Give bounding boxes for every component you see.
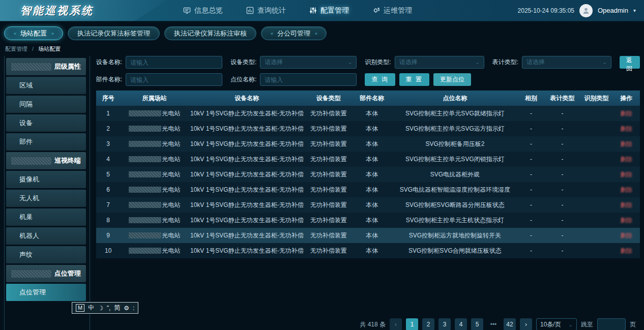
ime-key[interactable]: 简	[114, 304, 120, 312]
cell-phase: -	[517, 167, 544, 182]
delete-link[interactable]: 删除	[620, 171, 632, 178]
bar-chart-icon	[246, 7, 254, 14]
delete-link[interactable]: 删除	[620, 156, 632, 163]
table-row[interactable]: 1 光电站 10kV 1号SVG静止无功发生器柜-无功补偿 无功补偿装置 本体 …	[96, 106, 640, 121]
delete-link[interactable]: 删除	[620, 140, 632, 147]
device-name-input[interactable]	[126, 56, 222, 69]
module-tab[interactable]: 执法记录仪算法标注审核	[164, 26, 256, 40]
redacted-station-prefix	[129, 126, 161, 132]
table-row[interactable]: 9 光电站 10kV 1号SVG静止无功发生器柜-无功补偿 无功补偿装置 本体 …	[96, 228, 640, 243]
username[interactable]: Opeadmin	[598, 7, 628, 14]
sidebar-item[interactable]: 机器人	[6, 227, 86, 245]
redacted-station-prefix	[129, 232, 161, 238]
recog-type-label: 识别类型:	[365, 58, 391, 67]
sidebar-item[interactable]: 设备	[6, 114, 86, 132]
page-number-button[interactable]: 3	[438, 318, 451, 330]
table-row[interactable]: 2 光电站 10kV 1号SVG静止无功发生器柜-无功补偿 无功补偿装置 本体 …	[96, 121, 640, 136]
sidebar-item[interactable]: 机巢	[6, 208, 86, 226]
sidebar-item[interactable]: 点位管理	[6, 265, 86, 282]
breadcrumb-parent[interactable]: 配置管理	[5, 46, 27, 52]
table-row[interactable]: 8 光电站 10kV 1号SVG静止无功发生器柜-无功补偿 无功补偿装置 本体 …	[96, 213, 640, 228]
search-button[interactable]: 查 询	[365, 73, 395, 86]
cell-seq: 9	[96, 228, 121, 243]
delete-link[interactable]: 删除	[620, 217, 632, 224]
cell-seq: 7	[96, 197, 121, 213]
page-number-button[interactable]: 1	[406, 318, 418, 330]
delete-link[interactable]: 删除	[620, 247, 632, 254]
page-number-button[interactable]: 42	[504, 318, 516, 330]
jump-page-input[interactable]	[597, 318, 626, 330]
recog-type-placeholder: 请选择	[399, 58, 418, 67]
sidebar-item[interactable]: 区域	[6, 77, 86, 94]
user-menu-caret-icon[interactable]: ▾	[633, 8, 636, 13]
station-suffix: 光电站	[162, 110, 181, 117]
sidebar-item[interactable]: 间隔	[6, 96, 86, 113]
table-row[interactable]: 6 光电站 10kV 1号SVG静止无功发生器柜-无功补偿 无功补偿装置 本体 …	[96, 182, 640, 197]
delete-link[interactable]: 删除	[620, 186, 632, 193]
update-points-button[interactable]: 更新点位	[433, 73, 471, 86]
ime-toolbar[interactable]: M 中 ☽ ”, 简 ⚙ :	[72, 302, 138, 314]
sidebar-item[interactable]: 摄像机	[6, 171, 86, 188]
page-number-button[interactable]: 5	[471, 318, 483, 330]
delete-link[interactable]: 删除	[620, 125, 632, 132]
ime-key[interactable]: ”,	[107, 305, 110, 312]
ime-key[interactable]: M	[76, 304, 84, 312]
sidebar-item[interactable]: 无人机	[6, 190, 86, 207]
delete-link[interactable]: 删除	[620, 110, 632, 117]
table-row[interactable]: 5 光电站 10kV 1号SVG静止无功发生器柜-无功补偿 无功补偿装置 本体 …	[96, 167, 640, 182]
ime-key[interactable]: 中	[88, 304, 94, 312]
table-row[interactable]: 4 光电站 10kV 1号SVG静止无功发生器柜-无功补偿 无功补偿装置 本体 …	[96, 152, 640, 167]
table-row[interactable]: 3 光电站 10kV 1号SVG静止无功发生器柜-无功补偿 无功补偿装置 本体 …	[96, 136, 640, 152]
sidebar-item[interactable]: 点位管理	[6, 284, 86, 301]
cell-station: 光电站	[121, 106, 189, 121]
app-logo: 智能巡视系统	[20, 4, 94, 18]
module-tab[interactable]: ‹‹ 分公司管理 ››	[261, 26, 327, 40]
cell-point-name: SVG控制柜SVG断路器分闸压板状态	[392, 197, 517, 213]
sidebar-item-label: 层级属性	[54, 62, 81, 71]
sidebar-item[interactable]: 部件	[6, 133, 86, 151]
page-number-button[interactable]: •••	[487, 318, 500, 330]
filter-part-name: 部件名称:	[96, 73, 222, 86]
delete-link[interactable]: 删除	[620, 201, 632, 208]
cell-device-type: 无功补偿装置	[305, 136, 352, 152]
sidebar-item[interactable]: 声纹	[6, 246, 86, 263]
cell-device-name: 10kV 1号SVG静止无功发生器柜-无功补偿	[188, 106, 305, 121]
pill-left-arrow-decoration: ‹‹	[271, 31, 273, 36]
app-root: 智能巡视系统 信息总览 查询统计 配置管理 运维管理 2025-10-24 09…	[0, 0, 644, 330]
device-type-select[interactable]: 请选择 ⌄	[260, 56, 357, 69]
ime-key[interactable]: :	[133, 305, 134, 312]
table-row[interactable]: 7 光电站 10kV 1号SVG静止无功发生器柜-无功补偿 无功补偿装置 本体 …	[96, 197, 640, 213]
sidebar-item[interactable]: 巡视终端	[6, 152, 86, 169]
prev-page-button[interactable]: ‹	[390, 318, 402, 330]
point-name-input[interactable]	[260, 73, 357, 86]
back-button[interactable]: 返 回	[620, 56, 640, 69]
sidebar-item-label: 声纹	[19, 250, 33, 259]
module-tab[interactable]: ‹‹ 场站配置 ››	[4, 26, 63, 40]
meter-type-select[interactable]: 请选择 ⌄	[522, 56, 611, 69]
nav-item-label: 查询统计	[257, 6, 286, 15]
pagination: 共 418 条 ‹ 1 2 3 4 5 ••• 42 ›	[96, 318, 640, 330]
page-number-button[interactable]: 2	[422, 318, 434, 330]
nav-item-config-mgmt[interactable]: 配置管理	[309, 6, 349, 15]
cell-seq: 6	[96, 182, 121, 197]
ime-key[interactable]: ⚙	[124, 305, 129, 312]
nav-item-query-stats[interactable]: 查询统计	[246, 6, 286, 15]
nav-item-ops-mgmt[interactable]: 运维管理	[372, 6, 412, 15]
next-page-button[interactable]: ›	[520, 318, 532, 330]
cell-seq: 1	[96, 106, 121, 121]
reset-button[interactable]: 重 置	[399, 73, 429, 86]
recog-type-select[interactable]: 请选择 ⌄	[395, 56, 484, 69]
module-tab[interactable]: 执法记录仪算法标签管理	[68, 26, 160, 40]
table-row[interactable]: 10 光电站 10kV 1号SVG静止无功发生器柜-无功补偿 无功补偿装置 本体…	[96, 243, 640, 258]
ime-key[interactable]: ☽	[98, 305, 103, 312]
table-header-cell: 部件名称	[352, 91, 392, 106]
delete-link[interactable]: 删除	[620, 232, 632, 239]
nav-item-info-overview[interactable]: 信息总览	[183, 6, 223, 15]
sidebar-item[interactable]: 层级属性	[6, 58, 86, 75]
page-number-button[interactable]: 4	[455, 318, 467, 330]
page-size-select[interactable]: 10条/页 ⌄	[536, 318, 577, 330]
user-avatar[interactable]	[579, 4, 593, 17]
breadcrumb-current: 场站配置	[38, 46, 61, 52]
part-name-input[interactable]	[126, 73, 222, 86]
station-suffix: 光电站	[162, 125, 181, 132]
